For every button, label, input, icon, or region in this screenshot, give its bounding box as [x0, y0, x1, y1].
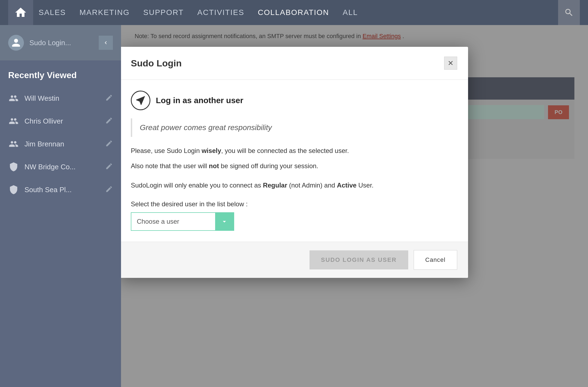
nav-activities[interactable]: ACTIVITIES	[197, 8, 244, 17]
sidebar-item-label: Will Westin	[24, 94, 100, 103]
shield-icon	[8, 184, 19, 195]
edit-icon[interactable]	[105, 140, 113, 148]
sidebar-item-label: Jim Brennan	[24, 140, 100, 148]
nav-all[interactable]: ALL	[343, 8, 358, 17]
nav-marketing[interactable]: MARKETING	[79, 8, 129, 17]
sidebar: Sudo Login... Recently Viewed Will Westi…	[0, 25, 121, 387]
sudo-login-modal: Sudo Login ✕ Log in as another user Grea…	[121, 47, 468, 278]
sidebar-item-will-westin[interactable]: Will Westin	[0, 87, 121, 110]
sidebar-item-label: South Sea Pl...	[24, 186, 100, 194]
modal-desc3: SudoLogin will only enable you to connec…	[131, 180, 457, 191]
sidebar-item-label: NW Bridge Co...	[24, 163, 100, 171]
person-icon	[8, 116, 19, 127]
sidebar-item-label: Chris Olliver	[24, 117, 100, 125]
modal-quote: Great power comes great responsibility	[131, 118, 457, 137]
login-as-section: Log in as another user	[131, 91, 457, 110]
cancel-button[interactable]: Cancel	[414, 250, 457, 270]
modal-header: Sudo Login ✕	[121, 47, 468, 80]
select-placeholder: Choose a user	[131, 218, 215, 225]
sidebar-item-south-sea[interactable]: South Sea Pl...	[0, 178, 121, 201]
sudo-login-sidebar[interactable]: Sudo Login...	[0, 25, 121, 60]
sidebar-item-nw-bridge[interactable]: NW Bridge Co...	[0, 155, 121, 178]
sidebar-item-chris-olliver[interactable]: Chris Olliver	[0, 110, 121, 133]
shield-icon	[8, 161, 19, 172]
modal-overlay: Sudo Login ✕ Log in as another user Grea…	[121, 25, 588, 387]
modal-title: Sudo Login	[131, 58, 182, 69]
page-layout: Sudo Login... Recently Viewed Will Westi…	[0, 25, 588, 387]
sidebar-toggle[interactable]	[99, 36, 113, 50]
login-as-text: Log in as another user	[156, 96, 243, 105]
modal-desc2: Also note that the user will not be sign…	[131, 161, 457, 171]
sidebar-item-jim-brennan[interactable]: Jim Brennan	[0, 133, 121, 155]
avatar	[8, 35, 24, 51]
person-icon	[8, 93, 19, 104]
search-button[interactable]	[558, 0, 580, 25]
nav-support[interactable]: SUPPORT	[143, 8, 184, 17]
nav-items: SALES MARKETING SUPPORT ACTIVITIES COLLA…	[39, 8, 558, 17]
nav-sales[interactable]: SALES	[39, 8, 66, 17]
edit-icon[interactable]	[105, 94, 113, 103]
person-icon	[8, 139, 19, 149]
modal-desc1: Please, use Sudo Login wisely, you will …	[131, 146, 457, 156]
recently-viewed-heading: Recently Viewed	[0, 60, 121, 87]
select-dropdown-arrow[interactable]	[215, 213, 234, 230]
edit-icon[interactable]	[105, 117, 113, 125]
sudo-login-as-user-button[interactable]: SUDO LOGIN AS USER	[310, 250, 408, 269]
top-navigation: SALES MARKETING SUPPORT ACTIVITIES COLLA…	[0, 0, 588, 25]
home-button[interactable]	[8, 0, 33, 25]
sudo-login-label: Sudo Login...	[29, 39, 71, 47]
edit-icon[interactable]	[105, 185, 113, 194]
user-select[interactable]: Choose a user	[131, 212, 234, 231]
nav-collaboration[interactable]: COLLABORATION	[258, 8, 329, 17]
main-content: Note: To send record assignment notifica…	[121, 25, 588, 387]
modal-body: Log in as another user Great power comes…	[121, 80, 468, 242]
modal-close-button[interactable]: ✕	[444, 57, 457, 70]
sudo-icon	[131, 91, 150, 110]
modal-footer: SUDO LOGIN AS USER Cancel	[121, 242, 468, 278]
edit-icon[interactable]	[105, 162, 113, 171]
select-label: Select the desired user in the list belo…	[131, 200, 457, 208]
